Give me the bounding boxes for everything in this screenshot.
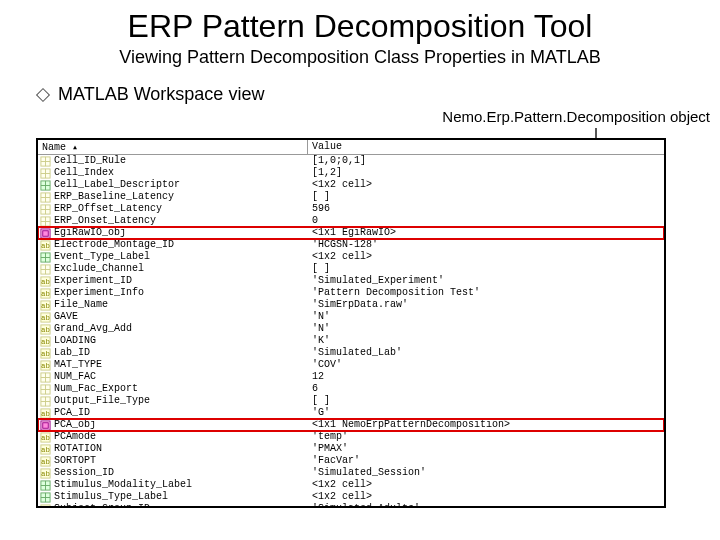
row-name-cell[interactable]: NUM_FAC	[38, 371, 308, 383]
table-row[interactable]: Cell_ID_Rule[1,0;0,1]	[38, 155, 664, 167]
row-value-cell[interactable]: 'Pattern Decomposition Test'	[308, 287, 664, 299]
row-value-cell[interactable]: [1,2]	[308, 167, 664, 179]
row-name-cell[interactable]: abSession_ID	[38, 467, 308, 479]
row-value-cell[interactable]: [ ]	[308, 263, 664, 275]
column-header-name[interactable]: Name ▴	[38, 140, 308, 154]
row-name-cell[interactable]: ERP_Onset_Latency	[38, 215, 308, 227]
row-value-cell[interactable]: [ ]	[308, 395, 664, 407]
row-value-cell[interactable]: 'G'	[308, 407, 664, 419]
row-value-cell[interactable]: 0	[308, 215, 664, 227]
row-value-cell[interactable]: 'FacVar'	[308, 455, 664, 467]
row-value-cell[interactable]: <1x2 cell>	[308, 179, 664, 191]
row-value-cell[interactable]: [ ]	[308, 191, 664, 203]
table-row[interactable]: abSORTOPT'FacVar'	[38, 455, 664, 467]
row-value-cell[interactable]: 'SimErpData.raw'	[308, 299, 664, 311]
row-name-cell[interactable]: abGAVE	[38, 311, 308, 323]
table-row[interactable]: ERP_Baseline_Latency[ ]	[38, 191, 664, 203]
table-row[interactable]: Num_Fac_Export6	[38, 383, 664, 395]
bullet-workspace: MATLAB Workspace view	[38, 84, 720, 105]
row-name-cell[interactable]: abFile_Name	[38, 299, 308, 311]
row-name-cell[interactable]: abPCA_ID	[38, 407, 308, 419]
row-name-cell[interactable]: abPCAmode	[38, 431, 308, 443]
row-name-cell[interactable]: abSubject_Group_ID	[38, 503, 308, 508]
table-row[interactable]: ERP_Offset_Latency596	[38, 203, 664, 215]
table-row[interactable]: abExperiment_ID'Simulated_Experiment'	[38, 275, 664, 287]
table-row[interactable]: abMAT_TYPE'COV'	[38, 359, 664, 371]
row-value-cell[interactable]: 12	[308, 371, 664, 383]
table-row[interactable]: abGAVE'N'	[38, 311, 664, 323]
row-name-cell[interactable]: abROTATION	[38, 443, 308, 455]
table-row[interactable]: Stimulus_Type_Label<1x2 cell>	[38, 491, 664, 503]
row-name-cell[interactable]: Stimulus_Modality_Label	[38, 479, 308, 491]
table-row[interactable]: Cell_Index[1,2]	[38, 167, 664, 179]
page-title: ERP Pattern Decomposition Tool	[0, 0, 720, 45]
table-row[interactable]: NUM_FAC12	[38, 371, 664, 383]
row-value-cell[interactable]: 'N'	[308, 323, 664, 335]
table-row[interactable]: abLab_ID'Simulated_Lab'	[38, 347, 664, 359]
row-name-cell[interactable]: Exclude_Channel	[38, 263, 308, 275]
row-name-label: PCA_obj	[54, 419, 96, 431]
row-name-cell[interactable]: Num_Fac_Export	[38, 383, 308, 395]
row-value-cell[interactable]: 'Simulated_Experiment'	[308, 275, 664, 287]
row-name-cell[interactable]: Cell_Index	[38, 167, 308, 179]
row-value-cell[interactable]: 'Simulated_Session'	[308, 467, 664, 479]
table-row[interactable]: Event_Type_Label<1x2 cell>	[38, 251, 664, 263]
row-name-cell[interactable]: abExperiment_ID	[38, 275, 308, 287]
row-value-cell[interactable]: <1x1 NemoErpPatternDecomposition>	[308, 419, 664, 431]
table-row[interactable]: abElectrode_Montage_ID'HCGSN-128'	[38, 239, 664, 251]
table-header[interactable]: Name ▴ Value	[38, 140, 664, 155]
column-header-value[interactable]: Value	[308, 140, 664, 154]
table-row[interactable]: abFile_Name'SimErpData.raw'	[38, 299, 664, 311]
row-value-cell[interactable]: 'Simulated_Lab'	[308, 347, 664, 359]
row-value-cell[interactable]: 6	[308, 383, 664, 395]
row-name-cell[interactable]: PCA_obj	[38, 419, 308, 431]
row-name-cell[interactable]: Stimulus_Type_Label	[38, 491, 308, 503]
row-name-cell[interactable]: EgiRawIO_obj	[38, 227, 308, 239]
table-row[interactable]: PCA_obj<1x1 NemoErpPatternDecomposition>	[38, 419, 664, 431]
row-name-cell[interactable]: abLab_ID	[38, 347, 308, 359]
row-name-cell[interactable]: Output_File_Type	[38, 395, 308, 407]
row-name-cell[interactable]: Cell_Label_Descriptor	[38, 179, 308, 191]
row-name-cell[interactable]: Cell_ID_Rule	[38, 155, 308, 167]
row-name-cell[interactable]: ERP_Baseline_Latency	[38, 191, 308, 203]
row-value-cell[interactable]: 'K'	[308, 335, 664, 347]
table-row[interactable]: Exclude_Channel[ ]	[38, 263, 664, 275]
row-name-cell[interactable]: Event_Type_Label	[38, 251, 308, 263]
table-row[interactable]: Output_File_Type[ ]	[38, 395, 664, 407]
row-name-label: Output_File_Type	[54, 395, 150, 407]
row-name-cell[interactable]: abSORTOPT	[38, 455, 308, 467]
row-value-cell[interactable]: 'N'	[308, 311, 664, 323]
table-row[interactable]: abPCAmode'temp'	[38, 431, 664, 443]
row-value-cell[interactable]: <1x1 EgiRawIO>	[308, 227, 664, 239]
row-value-cell[interactable]: <1x2 cell>	[308, 479, 664, 491]
svg-text:ab: ab	[41, 242, 50, 250]
table-row[interactable]: EgiRawIO_obj<1x1 EgiRawIO>	[38, 227, 664, 239]
workspace-panel[interactable]: Name ▴ Value Cell_ID_Rule[1,0;0,1]Cell_I…	[36, 138, 666, 508]
row-value-cell[interactable]: <1x2 cell>	[308, 491, 664, 503]
table-row[interactable]: Stimulus_Modality_Label<1x2 cell>	[38, 479, 664, 491]
row-value-cell[interactable]: [1,0;0,1]	[308, 155, 664, 167]
table-row[interactable]: abROTATION'PMAX'	[38, 443, 664, 455]
table-row[interactable]: abPCA_ID'G'	[38, 407, 664, 419]
row-name-cell[interactable]: ERP_Offset_Latency	[38, 203, 308, 215]
table-row[interactable]: abExperiment_Info'Pattern Decomposition …	[38, 287, 664, 299]
row-value-cell[interactable]: 'HCGSN-128'	[308, 239, 664, 251]
row-name-cell[interactable]: abExperiment_Info	[38, 287, 308, 299]
table-row[interactable]: abGrand_Avg_Add'N'	[38, 323, 664, 335]
table-row[interactable]: abLOADING'K'	[38, 335, 664, 347]
table-row[interactable]: abSession_ID'Simulated_Session'	[38, 467, 664, 479]
row-value-cell[interactable]: 'temp'	[308, 431, 664, 443]
row-name-cell[interactable]: abGrand_Avg_Add	[38, 323, 308, 335]
row-value-cell[interactable]: 'Simulated_Adults'	[308, 503, 664, 508]
row-value-cell[interactable]: 'COV'	[308, 359, 664, 371]
table-row[interactable]: Cell_Label_Descriptor<1x2 cell>	[38, 179, 664, 191]
svg-text:ab: ab	[41, 314, 50, 322]
table-row[interactable]: abSubject_Group_ID'Simulated_Adults'	[38, 503, 664, 508]
row-value-cell[interactable]: <1x2 cell>	[308, 251, 664, 263]
row-name-cell[interactable]: abElectrode_Montage_ID	[38, 239, 308, 251]
table-row[interactable]: ERP_Onset_Latency0	[38, 215, 664, 227]
row-value-cell[interactable]: 596	[308, 203, 664, 215]
row-name-cell[interactable]: abMAT_TYPE	[38, 359, 308, 371]
row-name-cell[interactable]: abLOADING	[38, 335, 308, 347]
row-value-cell[interactable]: 'PMAX'	[308, 443, 664, 455]
